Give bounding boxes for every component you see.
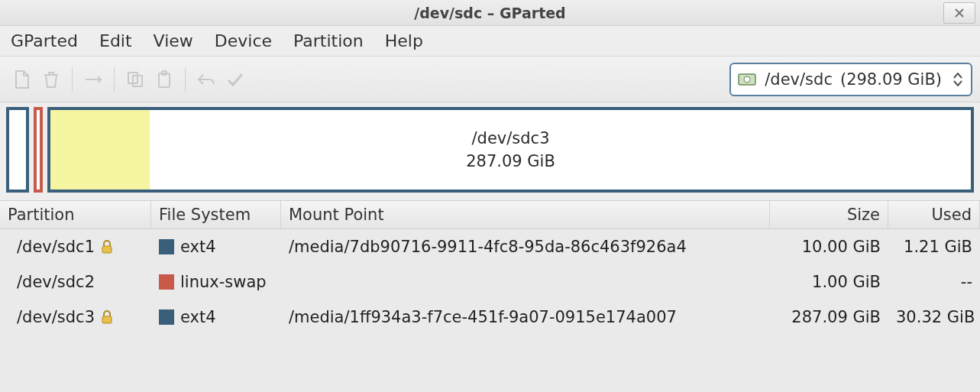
new-icon bbox=[11, 69, 33, 90]
table-row[interactable]: /dev/sdc2linux-swap1.00 GiB-- bbox=[0, 264, 980, 300]
lock-icon bbox=[99, 309, 115, 325]
cell-filesystem: linux-swap bbox=[151, 270, 281, 294]
partition-name: /dev/sdc2 bbox=[17, 273, 95, 291]
resize-button bbox=[79, 65, 108, 94]
cell-used: -- bbox=[888, 270, 980, 294]
menu-device[interactable]: Device bbox=[215, 31, 272, 50]
menu-gparted[interactable]: GParted bbox=[11, 31, 78, 50]
undo-button bbox=[192, 65, 221, 94]
lock-icon bbox=[99, 239, 115, 254]
undo-icon bbox=[196, 69, 217, 90]
menu-help[interactable]: Help bbox=[385, 31, 423, 50]
partition-name: /dev/sdc1 bbox=[17, 238, 95, 256]
new-button bbox=[8, 65, 37, 94]
partition-name: /dev/sdc3 bbox=[17, 308, 95, 326]
close-button[interactable] bbox=[943, 2, 975, 24]
window-title: /dev/sdc – GParted bbox=[414, 5, 565, 21]
filesystem-name: ext4 bbox=[180, 308, 216, 326]
map-partition-sdc3[interactable]: /dev/sdc3 287.09 GiB bbox=[47, 107, 974, 193]
filesystem-swatch bbox=[159, 239, 174, 254]
device-selector-spin[interactable] bbox=[949, 73, 966, 86]
cell-partition: /dev/sdc1 bbox=[0, 235, 151, 259]
device-selector-size: (298.09 GiB) bbox=[840, 70, 942, 89]
col-filesystem[interactable]: File System bbox=[151, 201, 281, 228]
filesystem-swatch bbox=[159, 274, 174, 290]
table-row[interactable]: /dev/sdc3ext4/media/1ff934a3-f7ce-451f-9… bbox=[0, 300, 980, 335]
cell-used: 1.21 GiB bbox=[888, 235, 980, 259]
resize-icon bbox=[82, 69, 104, 90]
col-size[interactable]: Size bbox=[770, 201, 888, 228]
map-partition-name: /dev/sdc3 bbox=[50, 127, 971, 150]
apply-button bbox=[221, 65, 250, 94]
col-used[interactable]: Used bbox=[888, 201, 980, 228]
copy-button bbox=[121, 65, 150, 94]
cell-filesystem: ext4 bbox=[151, 235, 281, 259]
delete-button bbox=[37, 65, 66, 94]
table-header: Partition File System Mount Point Size U… bbox=[0, 200, 980, 229]
col-mountpoint[interactable]: Mount Point bbox=[281, 201, 770, 228]
paste-button bbox=[150, 65, 179, 94]
cell-filesystem: ext4 bbox=[151, 305, 281, 329]
disk-icon bbox=[737, 70, 757, 89]
check-icon bbox=[225, 69, 246, 90]
map-partition-sdc1[interactable] bbox=[6, 107, 29, 193]
cell-size: 1.00 GiB bbox=[770, 270, 888, 294]
menu-view[interactable]: View bbox=[154, 31, 193, 50]
toolbar-separator bbox=[114, 67, 115, 92]
toolbar-separator bbox=[72, 67, 73, 92]
table-row[interactable]: /dev/sdc1ext4/media/7db90716-9911-4fc8-9… bbox=[0, 229, 980, 264]
toolbar-separator bbox=[185, 67, 186, 92]
col-partition[interactable]: Partition bbox=[0, 201, 151, 228]
svg-point-5 bbox=[744, 76, 750, 83]
svg-rect-7 bbox=[102, 316, 112, 323]
cell-mountpoint bbox=[281, 279, 770, 285]
menu-partition[interactable]: Partition bbox=[293, 31, 364, 50]
menu-edit[interactable]: Edit bbox=[99, 31, 132, 50]
cell-mountpoint: /media/1ff934a3-f7ce-451f-9a07-0915e174a… bbox=[281, 305, 770, 329]
filesystem-name: linux-swap bbox=[180, 273, 267, 291]
close-icon bbox=[954, 8, 965, 18]
filesystem-name: ext4 bbox=[180, 238, 216, 256]
cell-size: 10.00 GiB bbox=[770, 235, 888, 259]
menu-bar: GParted Edit View Device Partition Help bbox=[0, 26, 980, 57]
map-partition-sdc2[interactable] bbox=[34, 107, 43, 193]
table-body: /dev/sdc1ext4/media/7db90716-9911-4fc8-9… bbox=[0, 229, 980, 335]
filesystem-swatch bbox=[159, 309, 174, 325]
chevron-down-icon bbox=[953, 80, 962, 86]
cell-mountpoint: /media/7db90716-9911-4fc8-95da-86c463f92… bbox=[281, 235, 770, 259]
trash-icon bbox=[40, 69, 62, 90]
map-partition-label: /dev/sdc3 287.09 GiB bbox=[50, 127, 971, 173]
device-selector[interactable]: /dev/sdc (298.09 GiB) bbox=[729, 63, 972, 96]
cell-size: 287.09 GiB bbox=[770, 305, 888, 329]
svg-rect-6 bbox=[102, 246, 112, 253]
device-selector-device: /dev/sdc bbox=[765, 70, 833, 89]
paste-icon bbox=[154, 69, 175, 90]
partition-map: /dev/sdc3 287.09 GiB bbox=[0, 102, 980, 200]
copy-icon bbox=[125, 69, 146, 90]
cell-partition: /dev/sdc2 bbox=[0, 270, 151, 294]
map-partition-size: 287.09 GiB bbox=[50, 150, 971, 173]
cell-partition: /dev/sdc3 bbox=[0, 305, 151, 329]
title-bar: /dev/sdc – GParted bbox=[0, 0, 980, 26]
cell-used: 30.32 GiB bbox=[888, 305, 980, 329]
toolbar: /dev/sdc (298.09 GiB) bbox=[0, 57, 980, 102]
chevron-up-icon bbox=[953, 73, 962, 79]
